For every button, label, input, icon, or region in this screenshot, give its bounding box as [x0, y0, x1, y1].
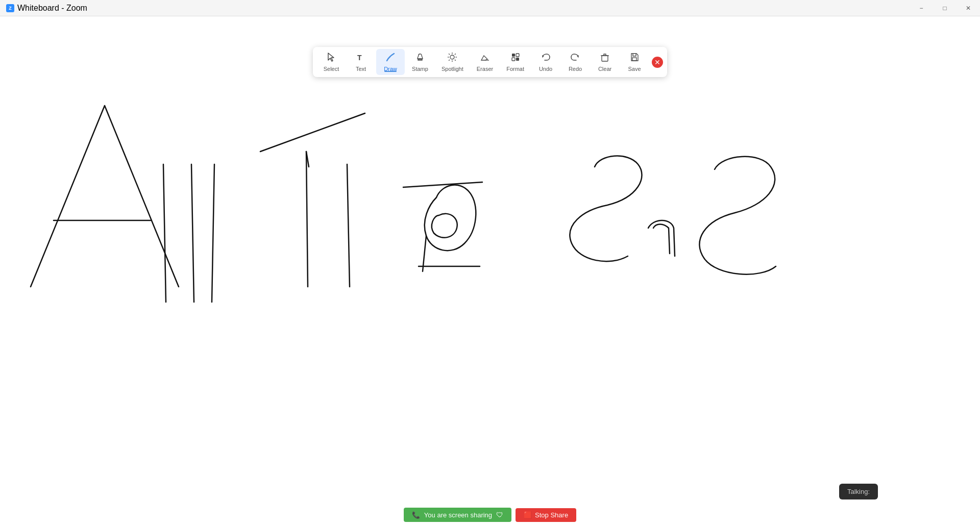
close-x-icon: ✕: [654, 58, 660, 66]
text-label: Text: [356, 66, 366, 72]
draw-active-indicator: [384, 71, 397, 72]
screen-sharing-badge: 📞 You are screen sharing 🛡: [404, 508, 511, 522]
toolbar-eraser[interactable]: Eraser: [471, 49, 499, 75]
toolbar-draw[interactable]: Draw: [376, 49, 405, 75]
svg-line-6: [449, 54, 450, 55]
toolbar-clear[interactable]: Clear: [591, 49, 619, 75]
undo-icon: [541, 52, 551, 65]
phone-icon: 📞: [412, 511, 420, 519]
sharing-text: You are screen sharing: [424, 511, 492, 519]
svg-rect-16: [632, 58, 636, 61]
svg-text:T: T: [357, 54, 362, 62]
clear-icon: [600, 52, 610, 65]
toolbar-close-button[interactable]: ✕: [652, 57, 663, 68]
format-icon: [510, 52, 521, 65]
svg-rect-13: [512, 58, 515, 61]
window-title: Whiteboard - Zoom: [17, 4, 87, 13]
save-label: Save: [628, 66, 641, 72]
shield-icon: 🛡: [496, 511, 503, 519]
svg-point-1: [450, 55, 454, 59]
redo-icon: [570, 52, 580, 65]
toolbar-select[interactable]: Select: [317, 49, 346, 75]
talking-label: Talking:: [847, 488, 870, 495]
minimize-button[interactable]: −: [910, 0, 933, 16]
svg-rect-15: [602, 56, 608, 61]
stop-share-icon: 🟥: [524, 511, 532, 519]
stamp-icon: [415, 52, 425, 65]
spotlight-label: Spotlight: [442, 66, 463, 72]
toolbar-text[interactable]: T Text: [347, 49, 375, 75]
status-bar: 📞 You are screen sharing 🛡 🟥 Stop Share: [0, 505, 980, 525]
toolbar-save[interactable]: Save: [620, 49, 649, 75]
drawing-svg: [0, 16, 980, 525]
save-icon: [629, 52, 640, 65]
toolbar-undo[interactable]: Undo: [531, 49, 560, 75]
window-controls: − □ ✕: [910, 0, 980, 16]
toolbar: Select T Text Draw Stamp: [313, 47, 667, 77]
toolbar-format[interactable]: Format: [500, 49, 530, 75]
svg-line-9: [449, 60, 450, 61]
stop-share-button[interactable]: 🟥 Stop Share: [516, 508, 576, 522]
svg-line-7: [455, 60, 456, 61]
clear-label: Clear: [598, 66, 611, 72]
redo-label: Redo: [569, 66, 582, 72]
svg-rect-11: [512, 54, 515, 57]
text-icon: T: [356, 52, 366, 65]
svg-rect-12: [516, 54, 519, 57]
toolbar-spotlight[interactable]: Spotlight: [435, 49, 470, 75]
select-label: Select: [324, 66, 339, 72]
eraser-icon: [480, 52, 490, 65]
draw-icon: [385, 52, 396, 65]
undo-label: Undo: [539, 66, 552, 72]
app-icon: Z: [6, 4, 14, 12]
select-icon: [326, 52, 336, 65]
maximize-button[interactable]: □: [933, 0, 957, 16]
title-bar: Z Whiteboard - Zoom − □ ✕: [0, 0, 980, 16]
close-button[interactable]: ✕: [957, 0, 980, 16]
eraser-label: Eraser: [477, 66, 493, 72]
toolbar-redo[interactable]: Redo: [561, 49, 590, 75]
format-label: Format: [506, 66, 524, 72]
talking-indicator: Talking:: [839, 484, 878, 499]
spotlight-icon: [447, 52, 457, 65]
svg-rect-14: [516, 58, 519, 61]
svg-line-8: [455, 54, 456, 55]
stop-share-label: Stop Share: [535, 511, 568, 519]
stamp-label: Stamp: [412, 66, 428, 72]
whiteboard-canvas[interactable]: Select T Text Draw Stamp: [0, 16, 980, 525]
toolbar-stamp[interactable]: Stamp: [406, 49, 434, 75]
